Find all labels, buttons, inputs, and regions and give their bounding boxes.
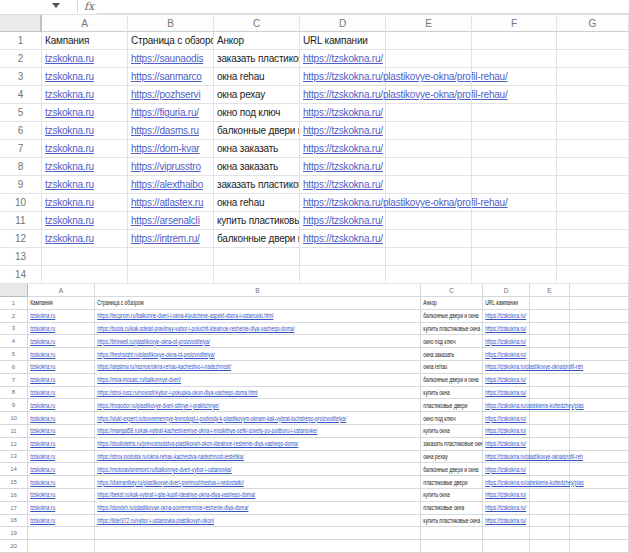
cell-D1[interactable]: URL кампании <box>300 32 386 50</box>
cell-link[interactable]: tzskokna.ru <box>42 215 94 226</box>
cell-A5[interactable]: tzskokna.ru <box>42 104 128 122</box>
cell-D10[interactable]: https://tzskokna.ru/plastikovye-okna/pro… <box>300 194 386 212</box>
cell-B14[interactable] <box>128 266 214 284</box>
cell-G12[interactable] <box>557 230 629 248</box>
cell-B1[interactable]: Страница с обзором <box>128 32 214 50</box>
cell-E9[interactable] <box>386 176 472 194</box>
cell-link[interactable]: https://tzskokna.ru/ <box>300 179 383 190</box>
cell-E14[interactable] <box>386 266 472 284</box>
cell-link[interactable]: https://arsenalcli <box>128 215 200 226</box>
cell-C8[interactable]: окна заказать <box>214 158 300 176</box>
row-header-7[interactable]: 7 <box>0 140 42 158</box>
cell-D6[interactable]: https://tzskokna.ru/ <box>300 122 386 140</box>
cell-A13[interactable] <box>42 248 128 266</box>
cell-A1[interactable]: Кампания <box>42 32 128 50</box>
cell-C2[interactable]: заказать пластиковые окна <box>214 50 300 68</box>
cell-C1[interactable]: Анкор <box>214 32 300 50</box>
cell-F8[interactable] <box>472 158 557 176</box>
cell-link[interactable]: https://figuria.ru/ <box>128 107 199 118</box>
cell-E11[interactable] <box>386 212 472 230</box>
cell-link[interactable]: tzskokna.ru <box>42 233 94 244</box>
cell-A12[interactable]: tzskokna.ru <box>42 230 128 248</box>
cell-B9[interactable]: https://alexthaibo <box>128 176 214 194</box>
cell-E4[interactable] <box>386 86 472 104</box>
cell-F3[interactable] <box>472 68 557 86</box>
cell-E6[interactable] <box>386 122 472 140</box>
row-header-10[interactable]: 10 <box>0 194 42 212</box>
cell-D3[interactable]: https://tzskokna.ru/plastikovye-okna/pro… <box>300 68 386 86</box>
row-header-2[interactable]: 2 <box>0 50 42 68</box>
cell-G11[interactable] <box>557 212 629 230</box>
row-header-14[interactable]: 14 <box>0 266 42 284</box>
cell-G7[interactable] <box>557 140 629 158</box>
cell-link[interactable]: https://tzskokna.ru/ <box>300 107 383 118</box>
cell-F5[interactable] <box>472 104 557 122</box>
cell-G13[interactable] <box>557 248 629 266</box>
cell-link[interactable]: tzskokna.ru <box>42 71 94 82</box>
col-header-F[interactable]: F <box>472 15 557 32</box>
cell-G8[interactable] <box>557 158 629 176</box>
cell-D13[interactable] <box>300 248 386 266</box>
cell-B5[interactable]: https://figuria.ru/ <box>128 104 214 122</box>
row-header-6[interactable]: 6 <box>0 122 42 140</box>
cell-A6[interactable]: tzskokna.ru <box>42 122 128 140</box>
cell-link[interactable]: https://tzskokna.ru/ <box>300 233 383 244</box>
cell-E10[interactable] <box>386 194 472 212</box>
cell-link[interactable]: https://intrem.ru/ <box>128 233 200 244</box>
cell-D7[interactable]: https://tzskokna.ru/ <box>300 140 386 158</box>
cell-D12[interactable]: https://tzskokna.ru/ <box>300 230 386 248</box>
cell-F14[interactable] <box>472 266 557 284</box>
cell-B4[interactable]: https://pozhservi <box>128 86 214 104</box>
row-header-11[interactable]: 11 <box>0 212 42 230</box>
cell-F9[interactable] <box>472 176 557 194</box>
cell-G2[interactable] <box>557 50 629 68</box>
cell-link[interactable]: https://saunaodis <box>128 53 203 64</box>
cell-C4[interactable]: окна рехау <box>214 86 300 104</box>
cell-C10[interactable]: окна rehau <box>214 194 300 212</box>
cell-G5[interactable] <box>557 104 629 122</box>
cell-A7[interactable]: tzskokna.ru <box>42 140 128 158</box>
cell-B13[interactable] <box>128 248 214 266</box>
cell-C13[interactable] <box>214 248 300 266</box>
cell-link[interactable]: tzskokna.ru <box>42 53 94 64</box>
cell-G3[interactable] <box>557 68 629 86</box>
row-header-1[interactable]: 1 <box>0 32 42 50</box>
cell-link[interactable]: tzskokna.ru <box>42 89 94 100</box>
cell-A10[interactable]: tzskokna.ru <box>42 194 128 212</box>
cell-G6[interactable] <box>557 122 629 140</box>
col-header-E[interactable]: E <box>386 15 472 32</box>
cell-C3[interactable]: окна rehau <box>214 68 300 86</box>
row-header-4[interactable]: 4 <box>0 86 42 104</box>
cell-A4[interactable]: tzskokna.ru <box>42 86 128 104</box>
cell-D8[interactable]: https://tzskokna.ru/ <box>300 158 386 176</box>
cell-B11[interactable]: https://arsenalcli <box>128 212 214 230</box>
row-header-13[interactable]: 13 <box>0 248 42 266</box>
col-header-D[interactable]: D <box>300 15 386 32</box>
cell-F10[interactable] <box>472 194 557 212</box>
cell-E13[interactable] <box>386 248 472 266</box>
cell-B2[interactable]: https://saunaodis <box>128 50 214 68</box>
cell-B12[interactable]: https://intrem.ru/ <box>128 230 214 248</box>
row-header-3[interactable]: 3 <box>0 68 42 86</box>
cell-B3[interactable]: https://sanmarco <box>128 68 214 86</box>
cell-link[interactable]: https://alexthaibo <box>128 179 203 190</box>
cell-link[interactable]: tzskokna.ru <box>42 143 94 154</box>
cell-F12[interactable] <box>472 230 557 248</box>
cell-D5[interactable]: https://tzskokna.ru/ <box>300 104 386 122</box>
cell-A2[interactable]: tzskokna.ru <box>42 50 128 68</box>
cell-E12[interactable] <box>386 230 472 248</box>
cell-F13[interactable] <box>472 248 557 266</box>
row-header-5[interactable]: 5 <box>0 104 42 122</box>
col-header-C[interactable]: C <box>214 15 300 32</box>
cell-A14[interactable] <box>42 266 128 284</box>
name-box-dropdown-icon[interactable] <box>52 3 60 8</box>
cell-D9[interactable]: https://tzskokna.ru/ <box>300 176 386 194</box>
cell-E2[interactable] <box>386 50 472 68</box>
cell-G10[interactable] <box>557 194 629 212</box>
cell-G1[interactable] <box>557 32 629 50</box>
cell-C6[interactable]: балконные двери и окна <box>214 122 300 140</box>
cell-F7[interactable] <box>472 140 557 158</box>
row-header-12[interactable]: 12 <box>0 230 42 248</box>
cell-link[interactable]: tzskokna.ru <box>42 179 94 190</box>
cell-D2[interactable]: https://tzskokna.ru/ <box>300 50 386 68</box>
